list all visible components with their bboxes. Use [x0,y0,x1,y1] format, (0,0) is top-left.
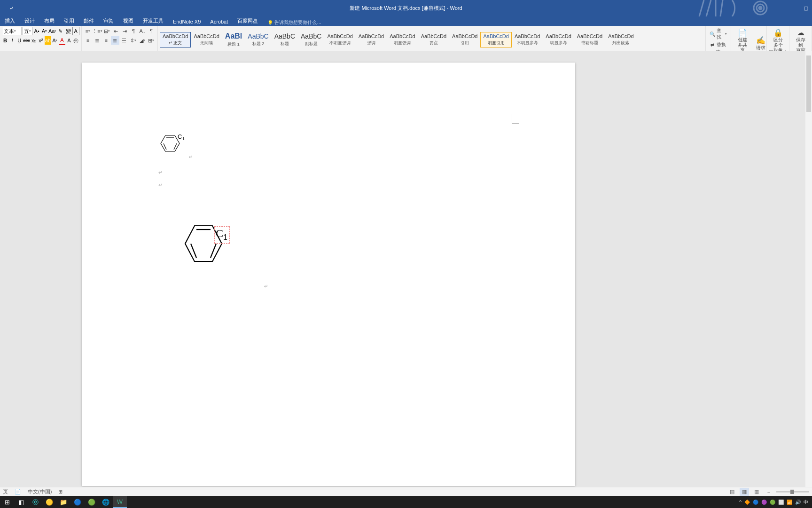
zoom-slider[interactable] [776,491,809,492]
chrome-icon[interactable]: 🟡 [42,496,56,508]
vertical-scrollbar[interactable] [805,51,812,487]
shading-button[interactable]: ◢▾ [138,36,147,45]
tab-mailings[interactable]: 邮件 [79,16,99,26]
tray-network-icon[interactable]: 📶 [787,500,792,505]
tray-volume-icon[interactable]: 🔊 [795,500,801,505]
style-9[interactable]: AaBbCcDd要点 [418,32,449,48]
style-11[interactable]: AaBbCcDd明显引用 [480,32,511,48]
read-mode-button[interactable]: ▤ [727,488,737,496]
font-size-selector[interactable]: 五▾ [22,27,33,35]
tell-me-search[interactable]: 💡 告诉我您想要做什么… [267,19,321,26]
print-layout-button[interactable]: ▦ [740,488,749,496]
grow-font-button[interactable]: A▴ [33,27,40,35]
replace-button[interactable]: ⇄替换 [708,41,729,48]
style-6[interactable]: AaBbCcDd不明显强调 [324,32,355,48]
superscript-button[interactable]: x² [38,36,44,45]
multilevel-button[interactable]: ⊟▾ [102,27,111,35]
underline-button[interactable]: U [16,36,23,45]
document-area[interactable]: C 1 ↵ ↵ ↵ C1 ↵ [0,51,812,496]
app2-icon[interactable]: 🟢 [85,496,99,508]
app1-icon[interactable]: 🔵 [70,496,85,508]
decrease-indent-button[interactable]: ⇤ [111,27,120,35]
phonetic-button[interactable]: 變 [64,27,71,35]
word-icon[interactable]: W [113,496,127,508]
style-2[interactable]: AaBl标题 1 [222,31,245,49]
tab-baidu[interactable]: 百度网盘 [233,16,263,26]
align-right-button[interactable]: ≡ [102,36,110,45]
subscript-button[interactable]: x₂ [31,36,37,45]
edge-icon[interactable]: ⓔ [28,496,42,508]
bullets-button[interactable]: ≡▾ [84,27,92,35]
justify-button[interactable]: ≣ [111,36,119,45]
style-10[interactable]: AaBbCcDd引用 [449,32,480,48]
ltr-button[interactable]: ¶ [129,27,138,35]
borders-button[interactable]: ⊞▾ [147,36,156,45]
status-language[interactable]: 中文(中国) [28,488,52,495]
tab-review[interactable]: 审阅 [99,16,118,26]
char-border-button[interactable]: A [72,27,79,35]
tab-acrobat[interactable]: Acrobat [205,17,233,26]
taskview-button[interactable]: ◧ [14,496,28,508]
enclose-char-button[interactable]: ㊥ [73,36,79,45]
zoom-out-button[interactable]: − [764,488,773,496]
style-13[interactable]: AaBbCcDd明显参考 [543,32,574,48]
sort-button[interactable]: A↓ [138,27,147,35]
tray-chevron-icon[interactable]: ^ [739,500,742,505]
app3-icon[interactable]: 🌐 [99,496,113,508]
tab-developer[interactable]: 开发工具 [138,16,168,26]
bold-button[interactable]: B [2,36,8,45]
chem-structure-large[interactable] [176,220,242,277]
line-spacing-button[interactable]: ⇕▾ [129,36,137,45]
tray-icon[interactable]: 🟢 [770,500,775,505]
tab-design[interactable]: 设计 [20,16,39,26]
tab-endnote[interactable]: EndNote X9 [168,17,205,26]
style-15[interactable]: AaBbCcDd列出段落 [605,32,636,48]
status-macro-icon[interactable]: ⊞ [58,489,62,495]
tray-icon[interactable]: ⬜ [778,500,784,505]
align-center-button[interactable]: ≣ [93,36,101,45]
chem-label-selection[interactable]: C1 [214,226,230,244]
tab-view[interactable]: 视图 [118,16,138,26]
style-14[interactable]: AaBbCcDd书籍标题 [574,32,605,48]
text-effects-button[interactable]: A▾ [52,36,58,45]
font-color-button[interactable]: A [59,36,65,45]
style-0[interactable]: AaBbCcDd↵ 正文 [160,32,191,48]
clear-format-button[interactable]: ✎ [57,27,64,35]
style-7[interactable]: AaBbCcDd强调 [356,32,387,48]
tray-ime[interactable]: 中 [804,499,808,506]
shrink-font-button[interactable]: A▾ [41,27,48,35]
style-1[interactable]: AaBbCcDd无间隔 [191,32,222,48]
tray-icon[interactable]: 🔵 [753,500,758,505]
tab-layout[interactable]: 布局 [39,16,59,26]
style-12[interactable]: AaBbCcDd不明显参考 [512,32,543,48]
status-page[interactable]: 页 [3,488,8,495]
style-8[interactable]: AaBbCcDd明显强调 [387,32,418,48]
char-shading-button[interactable]: A [66,36,72,45]
find-button[interactable]: 🔍查找▾ [708,27,729,41]
scrollbar-thumb[interactable] [806,56,811,112]
style-4[interactable]: AaBbC标题 [272,31,298,48]
increase-indent-button[interactable]: ⇥ [120,27,129,35]
tray-icon[interactable]: 🟣 [761,500,767,505]
chem-structure-small[interactable]: C 1 [156,132,189,160]
web-layout-button[interactable]: ▥ [752,488,761,496]
distributed-button[interactable]: ☰ [120,36,128,45]
ribbon-display-icon[interactable]: ▢ [804,5,808,11]
numbering-button[interactable]: ⋮≡▾ [93,27,102,35]
qat-icon[interactable]: ⤶ [9,6,13,11]
tray-icon[interactable]: 🔶 [744,500,750,505]
italic-button[interactable]: I [9,36,16,45]
start-button[interactable]: ⊞ [0,496,14,508]
show-marks-button[interactable]: ¶ [147,27,156,35]
font-family-selector[interactable]: 文本 ▾ [2,27,22,35]
style-5[interactable]: AaBbC副标题 [298,31,324,48]
page[interactable]: C 1 ↵ ↵ ↵ C1 ↵ [82,63,575,486]
change-case-button[interactable]: Aa▾ [48,27,56,35]
style-3[interactable]: AaBbC标题 2 [245,31,271,48]
tab-insert[interactable]: 插入 [0,16,20,26]
status-words[interactable]: 📄 [15,489,21,495]
highlight-button[interactable]: ab [45,36,51,45]
tab-references[interactable]: 引用 [59,16,79,26]
explorer-icon[interactable]: 📁 [56,496,70,508]
strike-button[interactable]: abc [23,36,30,45]
